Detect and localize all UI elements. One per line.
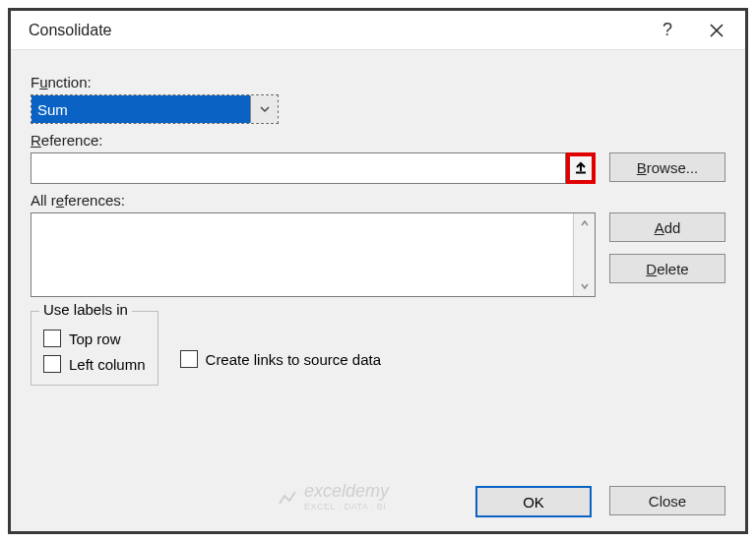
all-references-listbox[interactable]	[31, 212, 596, 297]
listbox-scrollbar[interactable]	[573, 213, 595, 296]
left-column-checkbox[interactable]: Left column	[43, 355, 146, 373]
reference-label: Reference:	[31, 132, 725, 149]
delete-button[interactable]: Delete	[609, 254, 725, 283]
browse-button[interactable]: Browse...	[609, 152, 725, 182]
chevron-down-icon[interactable]	[250, 95, 278, 123]
scroll-down-icon[interactable]	[574, 276, 595, 296]
function-select[interactable]: Sum	[31, 94, 279, 124]
add-button[interactable]: Add	[609, 212, 725, 242]
use-labels-legend: Use labels in	[39, 301, 132, 318]
collapse-icon	[574, 160, 588, 177]
function-label: Function:	[31, 74, 725, 90]
reference-input[interactable]	[32, 153, 530, 183]
left-column-label: Left column	[69, 356, 146, 373]
watermark-text: exceldemy	[304, 481, 389, 502]
use-labels-groupbox: Use labels in Top row Left column	[31, 311, 158, 386]
checkbox-icon	[43, 330, 61, 347]
help-button[interactable]: ?	[643, 11, 692, 50]
ok-button[interactable]: OK	[475, 486, 592, 517]
top-row-checkbox[interactable]: Top row	[43, 330, 146, 347]
close-button[interactable]: Close	[609, 486, 725, 515]
collapse-dialog-button[interactable]	[566, 152, 596, 184]
consolidate-dialog: Consolidate ? Function: Sum Reference:	[8, 8, 748, 534]
titlebar: Consolidate ?	[11, 11, 745, 50]
top-row-label: Top row	[69, 331, 121, 347]
create-links-checkbox[interactable]: Create links to source data	[180, 350, 381, 368]
function-select-value: Sum	[32, 95, 250, 123]
watermark: exceldemy EXCEL · DATA · BI	[277, 481, 389, 512]
checkbox-icon	[180, 350, 198, 368]
all-references-label: All references:	[31, 192, 725, 209]
scroll-up-icon[interactable]	[574, 213, 595, 233]
dialog-content: Function: Sum Reference:	[11, 50, 745, 397]
close-icon[interactable]	[692, 11, 741, 50]
reference-input-wrap	[31, 152, 566, 184]
create-links-label: Create links to source data	[206, 351, 381, 368]
checkbox-icon	[43, 355, 61, 373]
dialog-title: Consolidate	[29, 22, 643, 39]
watermark-sub: EXCEL · DATA · BI	[304, 502, 389, 512]
dialog-footer: OK Close	[475, 486, 725, 517]
